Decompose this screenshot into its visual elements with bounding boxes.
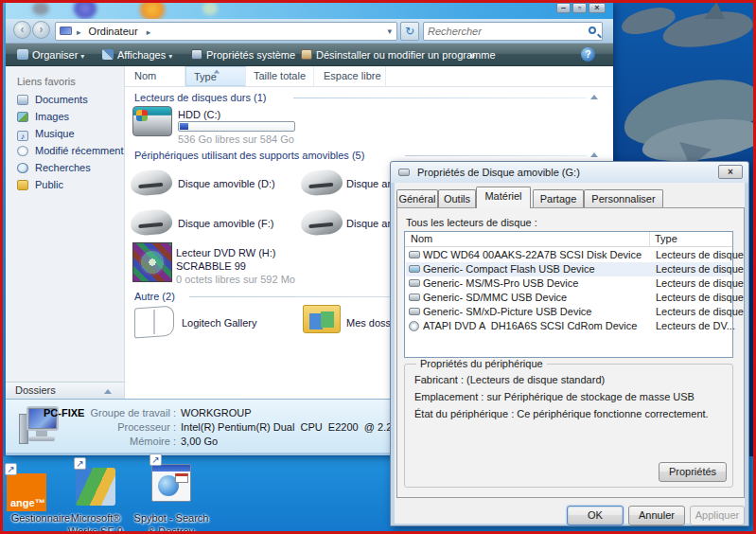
drive-name[interactable]: Disque amovible (D:) (178, 178, 275, 189)
removable-drive-icon[interactable] (130, 208, 173, 237)
sidebar-item-searches[interactable]: Recherches (17, 162, 91, 176)
dvd-drive-icon[interactable] (132, 242, 172, 282)
window-titlebar[interactable]: – ▫ × (6, 0, 613, 19)
desktop-icon-label-line2[interactable]: & Destroy (131, 525, 212, 534)
folders-bar[interactable]: Dossiers (6, 382, 125, 399)
column-header-free[interactable]: Espace libre (324, 70, 381, 81)
disk-drive-icon (409, 294, 420, 301)
breadcrumb[interactable]: ▸ Ordinateur ▸ ▾ (55, 22, 397, 41)
device-row[interactable]: ATAPI DVD A DH16A6S SCSI CdRom DeviceLec… (406, 319, 731, 333)
tab-tools[interactable]: Outils (438, 189, 476, 207)
person-shape (321, 312, 334, 328)
column-header-type[interactable]: Type (185, 66, 246, 86)
dialog-titlebar[interactable]: Propriétés de Disque amovible (G:) (391, 162, 748, 183)
breadcrumb-dropdown-icon[interactable]: ▾ (387, 23, 392, 40)
shortcut-arrow-icon: ↗ (149, 454, 162, 466)
blurred-icon (202, 2, 218, 15)
help-button[interactable]: ? (581, 47, 595, 62)
item-name[interactable]: Logitech Gallery (182, 317, 257, 329)
hard-drive-icon[interactable] (132, 106, 172, 136)
details-row-workgroup: PC-FIXE Groupe de travail :WORKGROUP (6, 407, 252, 418)
desktop-icon-label-line2[interactable]: Works SE 9 (55, 525, 136, 534)
disk-drive-icon (409, 279, 420, 287)
drive-name[interactable]: Disque amovible (F:) (178, 218, 273, 229)
location-text: Emplacement : sur Périphérique de stocka… (414, 391, 694, 402)
device-list[interactable]: Nom Type WDC WD64 00AAKS-22A7B SCSI Disk… (404, 231, 733, 358)
search-icon[interactable] (589, 27, 596, 34)
group-header-hard-drives[interactable]: Lecteurs de disques durs (1) (134, 92, 266, 103)
device-row[interactable]: Generic- SD/MMC USB DeviceLecteurs de di… (406, 291, 731, 305)
sidebar-item-music[interactable]: ♪Musique (17, 128, 75, 142)
drive-name[interactable]: Lecteur DVD RW (H:) (176, 247, 276, 258)
dialog-title: Propriétés de Disque amovible (G:) (417, 167, 580, 178)
computer-icon (60, 27, 73, 37)
drive-name[interactable]: HDD (C:) (178, 109, 220, 120)
toolbar-system-properties[interactable]: Propriétés système (191, 47, 295, 62)
public-folder-icon (17, 180, 28, 190)
column-divider (649, 232, 650, 246)
minimize-button[interactable]: – (556, 3, 571, 13)
apply-button[interactable]: Appliquer (690, 506, 745, 525)
removable-drive-icon[interactable] (300, 169, 343, 197)
group-collapse-icon[interactable] (590, 152, 598, 157)
cancel-button[interactable]: Annuler (628, 506, 685, 525)
maximize-button[interactable]: ▫ (572, 3, 587, 13)
tab-hardware[interactable]: Matériel (476, 187, 531, 208)
shortcut-arrow-icon: ↗ (5, 463, 17, 475)
disk-drive-icon (409, 308, 420, 315)
removable-drive-icon[interactable] (130, 169, 173, 197)
tab-general[interactable]: Général (396, 189, 438, 207)
breadcrumb-item-computer[interactable]: Ordinateur (89, 26, 138, 37)
group-legend: Propriétés du périphérique (416, 358, 547, 369)
disk-drive-icon (409, 265, 420, 273)
column-header-name[interactable]: Nom (134, 70, 156, 81)
toolbar-overflow[interactable]: » (469, 47, 475, 62)
gallery-book-icon[interactable] (134, 306, 174, 339)
tab-customize[interactable]: Personnaliser (584, 189, 663, 207)
search-input[interactable] (428, 24, 579, 39)
tab-sharing[interactable]: Partage (533, 189, 584, 207)
ok-button[interactable]: OK (567, 506, 624, 525)
back-button[interactable]: ‹ (13, 21, 31, 39)
device-column-name[interactable]: Nom (411, 233, 432, 244)
blurred-icon (140, 0, 165, 19)
column-header-size[interactable]: Taille totale (254, 70, 306, 81)
sidebar-item-public[interactable]: Public (17, 179, 63, 193)
sidebar-item-recent[interactable]: Modifié récemment (17, 145, 124, 159)
device-column-type[interactable]: Type (655, 233, 677, 244)
computer-name: PC-FIXE (44, 407, 84, 418)
toolbar-organize[interactable]: Organiser▾ (17, 47, 84, 62)
device-row[interactable]: WDC WD64 00AAKS-22A7B SCSI Disk DeviceLe… (406, 248, 731, 262)
shared-folders-icon[interactable] (303, 305, 341, 333)
disk-usage-fill (180, 123, 188, 130)
command-toolbar: Organiser▾ Affichages▾ Propriétés systèm… (6, 44, 613, 66)
toolbar-uninstall-program[interactable]: Désinstaller ou modifier un programme (301, 47, 496, 62)
device-row[interactable]: Generic- MS/MS-Pro USB DeviceLecteurs de… (406, 276, 731, 291)
shark-fin (704, 2, 725, 19)
forward-button[interactable]: › (32, 21, 50, 39)
favorites-header: Liens favoris (17, 76, 76, 90)
shortcut-arrow-icon: ↗ (74, 457, 86, 470)
removable-drive-icon[interactable] (300, 208, 343, 237)
toolbar-views[interactable]: Affichages▾ (102, 47, 172, 62)
memory-value: 3,00 Go (181, 436, 218, 447)
desktop-icon-label[interactable]: Microsoft® (55, 512, 136, 524)
properties-button[interactable]: Propriétés (659, 462, 727, 482)
system-properties-icon (191, 49, 202, 60)
address-bar: ‹ › ▸ Ordinateur ▸ ▾ ↻ (6, 19, 613, 44)
device-row[interactable]: Generic- SM/xD-Picture USB DeviceLecteur… (406, 305, 731, 319)
sidebar-item-images[interactable]: Images (17, 111, 69, 125)
workgroup-value: WORKGROUP (181, 407, 252, 418)
sidebar-item-documents[interactable]: Documents (17, 94, 88, 108)
group-collapse-icon[interactable] (590, 95, 598, 99)
dialog-close-button[interactable]: × (718, 165, 743, 179)
close-button[interactable]: × (589, 3, 606, 13)
group-header-other[interactable]: Autre (2) (134, 291, 175, 302)
desktop-icon-label[interactable]: Spybot - Search (131, 512, 212, 524)
spybot-app-icon (151, 464, 191, 502)
device-row-selected[interactable]: Generic- Compact Flash USB DeviceLecteur… (406, 262, 731, 276)
refresh-button[interactable]: ↻ (400, 22, 419, 41)
group-header-removable[interactable]: Périphériques utilisant des supports amo… (134, 150, 364, 161)
details-row-cpu: Processeur :Intel(R) Pentium(R) Dual CPU… (6, 421, 418, 433)
navigation-pane: Liens favoris Documents Images ♪Musique … (6, 66, 125, 382)
